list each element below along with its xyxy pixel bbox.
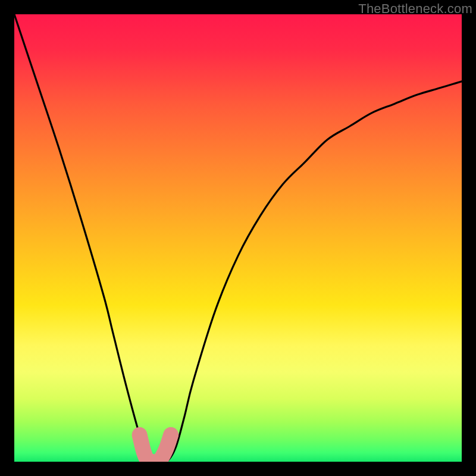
watermark-text: TheBottleneck.com <box>358 1 472 17</box>
gradient-background <box>14 14 462 462</box>
bottleneck-chart <box>14 14 462 462</box>
chart-frame <box>14 14 462 462</box>
